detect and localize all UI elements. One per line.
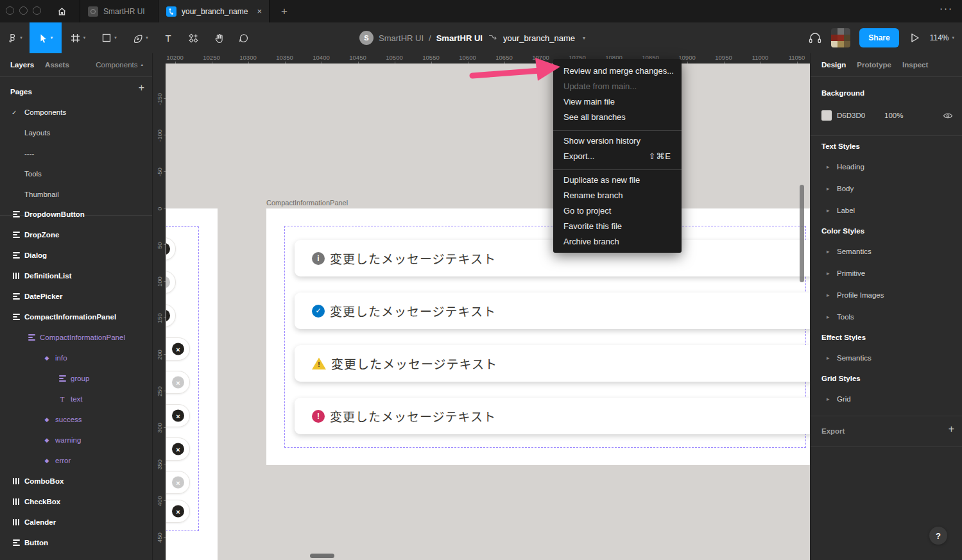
menu-item[interactable]: View main file [553,94,682,109]
tab-assets[interactable]: Assets [45,61,69,69]
menu-item[interactable]: Rename branch [553,187,682,203]
message-card[interactable]: i ✓ ! ! 変更したメッセージテキスト [295,398,810,434]
hand-tool-button[interactable] [206,22,230,53]
chip[interactable]: × [166,437,190,461]
vertical-scrollbar[interactable] [800,185,804,282]
close-icon[interactable]: × [166,310,170,322]
style-group-row[interactable]: ▸ Tools [811,306,962,328]
user-avatar[interactable] [831,28,850,47]
close-icon[interactable]: × [172,410,184,422]
page-row[interactable]: ✓ Layouts [0,123,152,143]
pen-tool-button[interactable]: ▾ [125,22,156,53]
breadcrumb-branch[interactable]: your_branch_name [503,33,575,43]
chevron-right-icon[interactable]: ▸ [827,270,837,276]
style-group-row[interactable]: ▸ Profile Images [811,284,962,306]
layer-row[interactable]: ◆ T error [0,450,152,471]
chevron-right-icon[interactable]: ▸ [827,396,837,402]
menu-item[interactable] [553,124,682,133]
close-icon[interactable]: × [257,6,262,16]
menu-item[interactable]: Go to project [553,203,682,218]
page-row[interactable]: ✓ Thumbnail [0,184,152,205]
menu-item[interactable]: Review and merge changes... [553,63,682,78]
partial-frame[interactable]: × × × × × × × × [166,208,218,560]
chevron-right-icon[interactable]: ▸ [827,207,837,214]
chip[interactable]: × [166,371,190,394]
page-row[interactable]: ✓ Components [0,102,152,123]
chip[interactable]: × [166,471,190,494]
menu-item[interactable]: Archive branch [553,233,682,249]
layer-row[interactable]: ◆ T CompactInformationPanel [0,307,152,327]
audio-headphones-icon[interactable] [808,31,822,44]
frame-tool-button[interactable]: ▾ [62,22,94,53]
panel-tab[interactable]: Prototype [857,61,891,69]
background-hex-value[interactable]: D6D3D0 [837,112,865,119]
close-icon[interactable]: × [166,243,170,255]
menu-item[interactable]: Update from main... [553,78,682,94]
file-tab-branch[interactable]: your_branch_name × [159,0,270,22]
layer-row[interactable]: ◆ T warning [0,430,152,450]
style-group-row[interactable]: ▸ Primitive [811,262,962,284]
layer-row[interactable]: ◆ T CheckBox [0,491,152,512]
menu-item[interactable] [553,164,682,172]
chevron-right-icon[interactable]: ▸ [827,292,837,298]
message-card[interactable]: i ✓ ! ! 変更したメッセージテキスト [295,240,810,276]
chevron-right-icon[interactable]: ▸ [827,355,837,361]
message-card[interactable]: i ✓ ! ! 変更したメッセージテキスト [295,345,810,382]
window-close-button[interactable] [6,6,14,15]
chip[interactable]: × [166,500,190,523]
close-icon[interactable]: × [172,505,184,518]
chevron-right-icon[interactable]: ▸ [827,248,837,255]
style-group-row[interactable]: ▸ Label [811,199,962,221]
panel-tab[interactable]: Design [821,61,846,69]
window-minimize-button[interactable] [19,6,28,15]
chevron-down-icon[interactable]: ▾ [583,35,585,41]
new-tab-button[interactable]: + [276,3,293,20]
chip[interactable]: × [166,337,190,361]
chevron-right-icon[interactable]: ▸ [827,164,837,170]
tab-layers[interactable]: Layers [10,61,34,69]
panel-tab[interactable]: Inspect [902,61,928,69]
menu-item[interactable]: See all branches [553,109,682,124]
layer-row[interactable]: ◆ T Calender [0,512,152,532]
style-group-row[interactable]: ▸ Grid [811,388,962,410]
horizontal-scrollbar[interactable] [310,554,334,558]
message-card[interactable]: i ✓ ! ! 変更したメッセージテキスト [295,293,810,329]
component-frame[interactable]: i ✓ ! ! 変更したメッセージテキスト i ✓ ! ! 変更したメッセージテ… [266,208,810,465]
page-row[interactable]: ✓ Tools [0,164,152,184]
color-swatch[interactable] [821,110,832,121]
layer-row[interactable]: ◆ T CompactInformationPanel [0,327,152,348]
breadcrumb-file[interactable]: SmartHR UI [436,33,483,43]
style-group-row[interactable]: ▸ Semantics [811,347,962,369]
visibility-toggle[interactable] [943,112,953,119]
close-icon[interactable]: × [172,343,184,355]
layer-row[interactable]: ◆ T DropZone [0,225,152,245]
text-tool-button[interactable]: T [156,22,180,53]
move-tool-button[interactable]: ▾ [30,22,62,53]
close-icon[interactable]: × [172,477,184,489]
close-icon[interactable]: × [172,443,184,455]
org-avatar[interactable]: S [359,31,374,45]
help-button[interactable]: ? [929,527,947,545]
style-group-row[interactable]: ▸ Semantics [811,241,962,262]
present-play-icon[interactable] [908,31,921,44]
layer-row[interactable]: ◆ T DefinitionList [0,266,152,286]
frame-name-label[interactable]: CompactInformationPanel [266,199,348,207]
page-selector[interactable]: Components ▴ [96,61,143,69]
menu-item[interactable]: Show version history [553,133,682,148]
share-button[interactable]: Share [859,28,898,47]
breadcrumb-project[interactable]: SmartHR UI [379,33,424,43]
layer-row[interactable]: ◆ T success [0,409,152,430]
layer-row[interactable]: ◆ T text [0,389,152,409]
window-zoom-button[interactable] [33,6,41,15]
zoom-control[interactable]: 114% ▾ [930,33,954,42]
window-overflow-button[interactable]: ··· [940,3,953,13]
main-menu-button[interactable]: ▾ [0,22,30,53]
layer-row[interactable]: ◆ T DropdownButton [0,204,152,225]
layer-row[interactable]: ◆ T Dialog [0,245,152,266]
comment-tool-button[interactable] [230,22,256,53]
close-icon[interactable]: × [172,377,184,389]
style-group-row[interactable]: ▸ Heading [811,156,962,178]
chip[interactable]: × [166,237,176,260]
close-icon[interactable]: × [166,276,170,289]
home-button[interactable] [54,4,69,19]
